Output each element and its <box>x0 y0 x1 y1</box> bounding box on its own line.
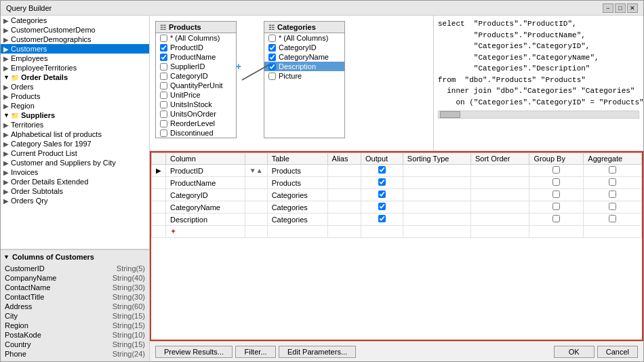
maximize-button[interactable]: □ <box>615 3 626 13</box>
row-alias[interactable] <box>327 177 361 189</box>
row-alias[interactable] <box>327 226 361 238</box>
output-checkbox[interactable] <box>378 203 386 210</box>
tree-item-customerCustomerDemo[interactable]: ▶ CustomerCustomerDemo <box>1 25 149 35</box>
row-table[interactable]: Categories <box>267 201 327 214</box>
products-productname-checkbox[interactable] <box>160 54 167 61</box>
products-quantityperunit-row[interactable]: QuantityPerUnit <box>156 81 236 90</box>
row-sort-order[interactable] <box>471 201 529 214</box>
ok-button[interactable]: OK <box>554 346 595 358</box>
row-aggregate[interactable] <box>584 189 642 201</box>
products-categoryid-checkbox[interactable] <box>160 73 167 80</box>
categories-description-checkbox[interactable] <box>268 63 276 71</box>
preview-button[interactable]: Preview Results... <box>155 346 233 358</box>
row-groupby[interactable] <box>529 201 584 214</box>
row-sorting-type[interactable] <box>403 214 470 226</box>
categories-categoryname-row[interactable]: CategoryName <box>264 52 344 62</box>
row-output[interactable] <box>361 226 403 238</box>
row-alias[interactable] <box>327 189 361 201</box>
output-checkbox[interactable] <box>378 178 386 186</box>
row-column[interactable]: CategoryName <box>166 201 245 214</box>
row-table[interactable]: Products <box>267 165 327 177</box>
row-sort-order[interactable] <box>471 165 529 177</box>
row-output[interactable] <box>361 165 403 177</box>
products-reorderlevel-row[interactable]: ReorderLevel <box>156 119 236 128</box>
close-button[interactable]: ✕ <box>627 3 638 13</box>
row-sort-order[interactable] <box>471 189 529 201</box>
output-checkbox[interactable] <box>378 166 386 174</box>
categories-allcolumns-checkbox[interactable] <box>268 35 276 42</box>
groupby-checkbox[interactable] <box>552 203 560 210</box>
products-allcolumns-checkbox[interactable] <box>160 35 167 42</box>
row-output[interactable] <box>361 189 403 201</box>
row-table[interactable]: Categories <box>267 189 327 201</box>
groupby-checkbox[interactable] <box>552 190 560 198</box>
cancel-button[interactable]: Cancel <box>597 346 638 358</box>
categories-allcolumns-row[interactable]: * (All Columns) <box>264 33 344 43</box>
aggregate-checkbox[interactable] <box>609 215 616 222</box>
aggregate-checkbox[interactable] <box>609 190 616 198</box>
tree-item-categorySales[interactable]: ▶ Category Sales for 1997 <box>1 139 149 148</box>
row-sorting-type[interactable] <box>403 177 470 189</box>
scroll-thumb[interactable] <box>440 111 460 118</box>
row-sorting-type[interactable] <box>403 201 470 214</box>
sql-scrollbar[interactable] <box>438 110 639 119</box>
grid-row-categoryid[interactable]: CategoryID Categories <box>152 189 642 201</box>
grid-empty-row[interactable]: ✦ <box>152 226 642 238</box>
products-unitsinstock-checkbox[interactable] <box>160 101 167 108</box>
products-reorderlevel-checkbox[interactable] <box>160 120 167 127</box>
products-unitsonorder-checkbox[interactable] <box>160 110 167 118</box>
row-column[interactable]: Description <box>166 214 245 226</box>
query-grid[interactable]: Column Table Alias Output Sorting Type S… <box>150 151 643 341</box>
products-productid-checkbox[interactable] <box>160 44 167 52</box>
object-tree[interactable]: ▶ Categories ▶ CustomerCustomerDemo ▶ Cu… <box>1 16 149 249</box>
products-discontinued-row[interactable]: Discontinued <box>156 128 236 138</box>
row-output[interactable] <box>361 214 403 226</box>
row-sorting-type[interactable] <box>403 189 470 201</box>
products-quantityperunit-checkbox[interactable] <box>160 82 167 89</box>
products-unitprice-row[interactable]: UnitPrice <box>156 90 236 100</box>
aggregate-checkbox[interactable] <box>609 178 616 186</box>
tree-item-employeeTerritories[interactable]: ▶ EmployeeTerritories <box>1 63 149 73</box>
row-groupby[interactable] <box>529 165 584 177</box>
products-supplierid-checkbox[interactable] <box>160 63 167 71</box>
grid-row-description[interactable]: Description Categories <box>152 214 642 226</box>
grid-row-categoryname[interactable]: CategoryName Categories <box>152 201 642 214</box>
tree-item-employees[interactable]: ▶ Employees <box>1 54 149 63</box>
row-column[interactable]: ProductID <box>166 165 245 177</box>
row-table[interactable]: Categories <box>267 214 327 226</box>
output-checkbox[interactable] <box>378 190 386 198</box>
products-categoryid-row[interactable]: CategoryID <box>156 71 236 81</box>
tree-group-suppliers[interactable]: ▼ 📁 Suppliers <box>1 110 149 120</box>
tree-item-alphabetical[interactable]: ▶ Alphabetical list of products <box>1 129 149 139</box>
groupby-checkbox[interactable] <box>552 166 560 174</box>
filter-button[interactable]: Filter... <box>235 346 276 358</box>
categories-picture-checkbox[interactable] <box>268 73 276 80</box>
row-aggregate[interactable] <box>584 165 642 177</box>
tree-item-territories[interactable]: ▶ Territories <box>1 120 149 129</box>
row-sorting-type[interactable] <box>403 165 470 177</box>
row-groupby[interactable] <box>529 189 584 201</box>
row-alias[interactable] <box>327 214 361 226</box>
row-table[interactable]: Products <box>267 177 327 189</box>
tree-item-customerDemographics[interactable]: ▶ CustomerDemographics <box>1 35 149 44</box>
categories-description-row[interactable]: Description <box>264 62 344 71</box>
row-output[interactable] <box>361 177 403 189</box>
row-column[interactable]: CategoryID <box>166 189 245 201</box>
tree-item-invoices[interactable]: ▶ Invoices <box>1 167 149 177</box>
categories-categoryname-checkbox[interactable] <box>268 54 276 61</box>
tree-item-ordersQry[interactable]: ▶ Orders Qry <box>1 196 149 205</box>
row-output[interactable] <box>361 201 403 214</box>
row-aggregate[interactable] <box>584 226 642 238</box>
products-supplierid-row[interactable]: SupplierID + <box>156 62 236 71</box>
products-unitsonorder-row[interactable]: UnitsOnOrder <box>156 109 236 119</box>
tree-item-customers[interactable]: ▶ Customers <box>1 44 149 54</box>
groupby-checkbox[interactable] <box>552 215 560 222</box>
products-unitprice-checkbox[interactable] <box>160 92 167 99</box>
row-column[interactable]: ProductName <box>166 177 245 189</box>
row-alias[interactable] <box>327 201 361 214</box>
row-aggregate[interactable] <box>584 177 642 189</box>
row-aggregate[interactable] <box>584 201 642 214</box>
products-allcolumns-row[interactable]: * (All Columns) <box>156 33 236 43</box>
products-productid-row[interactable]: ProductID <box>156 43 236 52</box>
row-groupby[interactable] <box>529 214 584 226</box>
